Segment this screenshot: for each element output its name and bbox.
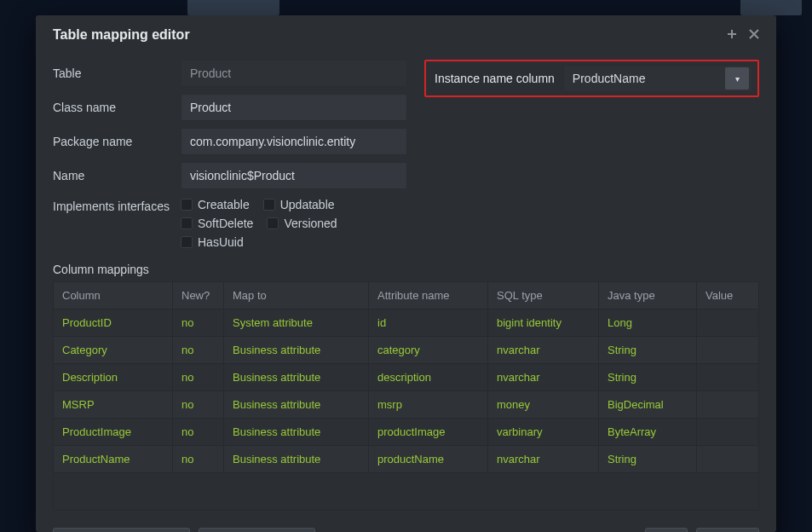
cell-sql: money — [488, 391, 599, 419]
header-java-type[interactable]: Java type — [599, 282, 697, 309]
chevron-down-icon[interactable]: ▾ — [725, 67, 749, 90]
checkbox-label: HasUuid — [198, 235, 244, 249]
modal-body: Table Class name Package name Name Imple… — [36, 55, 776, 532]
cell-map_to: Business attribute — [224, 419, 369, 446]
cell-value — [697, 391, 759, 419]
cell-new: no — [173, 391, 224, 419]
header-value[interactable]: Value — [697, 282, 759, 309]
close-icon[interactable] — [749, 28, 759, 42]
checkbox-label: Updatable — [280, 198, 335, 211]
checkbox-box — [181, 236, 193, 248]
cell-java: String — [599, 364, 697, 391]
table-input — [181, 60, 407, 87]
name-label: Name — [53, 169, 181, 182]
versioned-checkbox[interactable]: Versioned — [267, 217, 337, 230]
cell-attr: description — [369, 364, 488, 391]
package-name-input[interactable] — [181, 128, 407, 155]
instance-name-column-highlighted: Instance name column ProductName ▾ — [424, 60, 759, 97]
checkbox-label: SoftDelete — [198, 217, 253, 230]
hasuuid-checkbox[interactable]: HasUuid — [181, 235, 244, 249]
package-name-label: Package name — [53, 135, 181, 148]
header-attribute-name[interactable]: Attribute name — [369, 282, 488, 309]
cell-attr: msrp — [369, 391, 488, 419]
background-tab — [740, 0, 802, 15]
cell-java: Long — [599, 309, 697, 337]
cell-column: Category — [54, 337, 173, 364]
cell-sql: bigint identity — [488, 309, 599, 337]
softdelete-checkbox[interactable]: SoftDelete — [181, 217, 253, 230]
cell-map_to: Business attribute — [224, 364, 369, 391]
class-name-label: Class name — [53, 101, 181, 114]
cell-attr: productName — [369, 446, 488, 473]
column-mappings-title: Column mappings — [53, 263, 759, 276]
exclude-mapping-button[interactable]: Exclude mapping — [199, 528, 315, 532]
cell-column: MSRP — [54, 391, 173, 419]
background-tab — [187, 0, 279, 15]
cell-value — [697, 309, 759, 337]
header-map-to[interactable]: Map to — [224, 282, 369, 309]
cancel-button[interactable]: Cancel — [696, 528, 759, 532]
interfaces-label: Implements interfaces — [53, 196, 181, 213]
column-mappings-table: Column New? Map to Attribute name SQL ty… — [53, 281, 759, 473]
cell-sql: nvarchar — [488, 337, 599, 364]
checkbox-box — [267, 217, 279, 229]
name-input[interactable] — [181, 162, 407, 189]
header-new[interactable]: New? — [173, 282, 224, 309]
cell-java: String — [599, 446, 697, 473]
checkbox-label: Creatable — [198, 198, 250, 211]
creatable-checkbox[interactable]: Creatable — [181, 198, 250, 211]
cell-value — [697, 419, 759, 446]
cell-new: no — [173, 364, 224, 391]
cell-new: no — [173, 337, 224, 364]
table-row[interactable]: ProductNamenoBusiness attributeproductNa… — [54, 446, 759, 473]
cell-value — [697, 446, 759, 473]
header-column[interactable]: Column — [54, 282, 173, 309]
table-row[interactable]: ProductImagenoBusiness attributeproductI… — [54, 419, 759, 446]
modal-title: Table mapping editor — [53, 27, 190, 43]
cell-new: no — [173, 309, 224, 337]
header-sql-type[interactable]: SQL type — [488, 282, 599, 309]
cell-map_to: Business attribute — [224, 446, 369, 473]
checkbox-box — [263, 199, 275, 211]
instance-name-column-value: ProductName — [564, 72, 723, 85]
table-row[interactable]: CategorynoBusiness attributecategorynvar… — [54, 337, 759, 364]
class-name-input[interactable] — [181, 94, 407, 121]
cell-column: ProductName — [54, 446, 173, 473]
table-header-row: Column New? Map to Attribute name SQL ty… — [54, 282, 759, 309]
updatable-checkbox[interactable]: Updatable — [263, 198, 335, 211]
cell-attr: category — [369, 337, 488, 364]
cell-value — [697, 364, 759, 391]
table-row[interactable]: ProductIDnoSystem attributeidbigint iden… — [54, 309, 759, 337]
table-label: Table — [53, 66, 181, 80]
cell-sql: varbinary — [488, 419, 599, 446]
cell-column: ProductID — [54, 309, 173, 337]
table-row[interactable]: MSRPnoBusiness attributemsrpmoneyBigDeci… — [54, 391, 759, 419]
add-icon[interactable] — [727, 28, 737, 42]
checkbox-box — [181, 217, 193, 229]
cell-java: String — [599, 337, 697, 364]
table-mapping-editor-modal: Table mapping editor Table Class name Pa… — [36, 15, 776, 532]
cell-java: BigDecimal — [599, 391, 697, 419]
checkbox-box — [181, 199, 193, 211]
cell-java: ByteArray — [599, 419, 697, 446]
cell-sql: nvarchar — [488, 364, 599, 391]
cell-sql: nvarchar — [488, 446, 599, 473]
table-empty-space — [53, 473, 759, 511]
ok-button[interactable]: OK — [645, 528, 688, 532]
cell-attr: productImage — [369, 419, 488, 446]
edit-column-mapping-button[interactable]: Edit column mapping — [53, 528, 190, 532]
cell-column: ProductImage — [54, 419, 173, 446]
modal-header: Table mapping editor — [36, 15, 776, 55]
cell-map_to: Business attribute — [224, 391, 369, 419]
cell-column: Description — [54, 364, 173, 391]
cell-new: no — [173, 446, 224, 473]
instance-name-column-select[interactable]: ProductName ▾ — [563, 65, 752, 92]
instance-name-column-label: Instance name column — [431, 72, 555, 85]
modal-footer: Edit column mapping Exclude mapping OK C… — [53, 521, 759, 532]
cell-map_to: System attribute — [224, 309, 369, 337]
cell-new: no — [173, 419, 224, 446]
checkbox-label: Versioned — [284, 217, 337, 230]
table-row[interactable]: DescriptionnoBusiness attributedescripti… — [54, 364, 759, 391]
cell-value — [697, 337, 759, 364]
cell-attr: id — [369, 309, 488, 337]
